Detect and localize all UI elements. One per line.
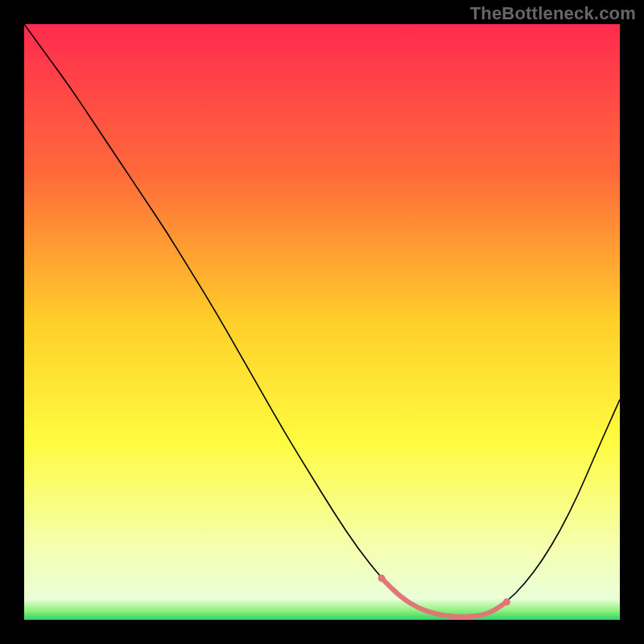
- chart-area: [24, 24, 620, 620]
- bottleneck-chart: [24, 24, 620, 620]
- svg-point-0: [378, 575, 386, 582]
- svg-point-1: [503, 598, 510, 605]
- chart-stage: TheBottleneck.com: [0, 0, 644, 644]
- watermark-text: TheBottleneck.com: [470, 3, 636, 24]
- gradient-background: [24, 24, 620, 620]
